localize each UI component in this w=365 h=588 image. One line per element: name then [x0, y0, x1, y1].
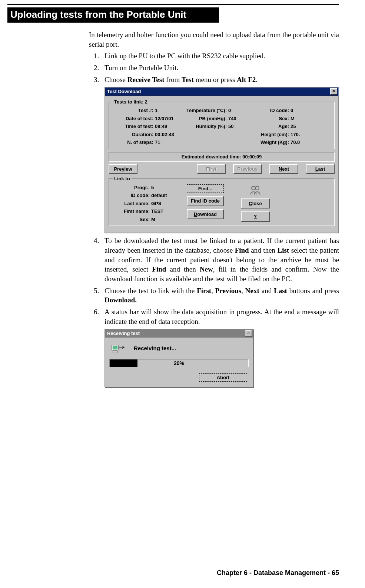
label-link-idcode: ID code: [113, 192, 150, 199]
step-5-b2: Previous [215, 287, 241, 295]
step-4-t4: and then [166, 265, 199, 273]
label-progr: Progr.: [113, 184, 150, 191]
people-icon [250, 184, 261, 196]
step-2: Turn on the Portable Unit. [101, 63, 339, 73]
label-lastname: Last name: [113, 200, 150, 207]
label-test-no: Test #: [113, 107, 153, 114]
step-5-c2: , [241, 287, 245, 295]
close-button[interactable]: Close [241, 198, 270, 209]
label-weight: Weight (Kg): [248, 139, 289, 146]
label-idcode: ID code: [248, 107, 289, 114]
receiving-message: Receiving test... [134, 345, 176, 352]
step-4-b2: List [278, 246, 289, 254]
previous-button[interactable]: Previous [233, 164, 262, 174]
step-6-text: A status bar will show the data acquisit… [104, 308, 339, 325]
step-5-b4: Last [274, 287, 287, 295]
label-link-sex: Sex: [113, 216, 150, 223]
tests-to-link-group: Tests to link: 2 Test #: 1 Temperature (… [109, 99, 335, 149]
estimated-download-time: Extimated download time: 00:00:09 [109, 152, 335, 162]
help-button[interactable]: ? [241, 211, 270, 222]
page-footer: Chapter 6 - Database Management - 65 [217, 569, 339, 577]
step-5-b1: First [197, 287, 211, 295]
content-block: In telemetry and holter function you cou… [89, 30, 339, 387]
dialog-title: Test Download [107, 88, 141, 95]
step-3-t3: menu or press [194, 76, 237, 83]
steps-list: Link up the PU to the PC with the RS232 … [89, 51, 339, 387]
value-time: 09:49 [155, 123, 185, 130]
value-idcode: 0 [291, 107, 309, 114]
value-sex: M [291, 115, 309, 122]
next-button[interactable]: Next [269, 164, 298, 174]
section-heading: Uploading tests from the Portable Unit [7, 7, 219, 23]
label-humidity: Humidity (%): [186, 123, 227, 130]
find-button[interactable]: Find... [187, 184, 224, 193]
step-4-t2: and then [249, 246, 278, 254]
step-3-b2: Test [182, 76, 194, 83]
step-5: Choose the test to link with the First, … [101, 286, 339, 305]
label-duration: Duration: [113, 131, 153, 138]
step-3: Choose Receive Test from Test menu or pr… [101, 75, 339, 233]
svg-rect-3 [113, 346, 117, 349]
close-icon[interactable]: ✕ [330, 88, 337, 95]
step-3-b1: Receive Test [127, 76, 165, 83]
step-3-b3: Alt F2 [237, 76, 256, 83]
step-3-t4: . [256, 76, 258, 83]
first-button[interactable]: First [197, 164, 226, 174]
svg-point-0 [252, 186, 255, 190]
find-id-code-button[interactable]: Find ID code [187, 196, 224, 206]
step-4-b1: Find [235, 246, 249, 254]
value-humidity: 50 [228, 123, 247, 130]
svg-point-1 [255, 186, 259, 190]
step-4: To be downloaded the test must be linked… [101, 236, 339, 283]
label-age: Age: [248, 123, 289, 130]
value-age: 25 [291, 123, 309, 130]
label-steps: N. of steps: [113, 139, 153, 146]
svg-rect-4 [113, 351, 117, 353]
step-5-t2: and [259, 287, 274, 295]
label-date: Date of test: [113, 115, 153, 122]
progress-percent: 20% [110, 359, 248, 367]
value-test-no: 1 [155, 107, 185, 114]
preview-button[interactable]: Preview [109, 164, 137, 174]
step-5-t3: buttons and press [287, 287, 339, 295]
label-height: Height (cm): [248, 131, 289, 138]
step-5-t1: Choose the test to link with the [104, 287, 197, 295]
receiving-title: Receiving test [107, 330, 140, 337]
progress-bar: 20% [109, 359, 249, 367]
step-1-text: Link up the PU to the PC with the RS232 … [104, 52, 265, 60]
step-3-t2: from [164, 76, 181, 83]
step-4-b4: New [200, 265, 213, 273]
label-time: Time of test: [113, 123, 153, 130]
tests-to-link-legend: Tests to link: 2 [113, 99, 149, 105]
step-2-text: Turn on the Portable Unit. [104, 64, 178, 72]
value-duration: 00:02:43 [155, 131, 185, 138]
link-to-legend: Link to [113, 175, 132, 182]
step-6: A status bar will show the data acquisit… [101, 307, 339, 387]
top-rule [7, 4, 339, 5]
download-button[interactable]: Download [187, 209, 224, 220]
step-5-b5: Download. [104, 296, 137, 304]
link-to-group: Link to Progr.: 5 ID code: default Last … [109, 175, 335, 226]
receiving-test-dialog: Receiving test ✕ Receiving test... [104, 329, 253, 387]
step-3-t1: Choose [104, 76, 127, 83]
value-steps: 71 [155, 139, 185, 146]
last-button[interactable]: Last [306, 164, 335, 174]
step-4-b3: Find [152, 265, 166, 273]
computer-transfer-icon [112, 343, 126, 354]
close-icon[interactable]: ✕ [245, 330, 252, 336]
step-5-c1: , [211, 287, 215, 295]
intro-paragraph: In telemetry and holter function you cou… [89, 30, 339, 49]
abort-button[interactable]: Abort [199, 373, 247, 382]
value-height: 170. [291, 131, 309, 138]
label-firstname: First name: [113, 208, 150, 215]
dialog-titlebar: Test Download ✕ [105, 88, 338, 96]
value-weight: 70.0 [291, 139, 309, 146]
label-pb: PB (mmHg): [186, 115, 227, 122]
receiving-titlebar: Receiving test ✕ [105, 329, 253, 338]
value-date: 12/07/01 [155, 115, 185, 122]
label-sex: Sex: [248, 115, 289, 122]
step-1: Link up the PU to the PC with the RS232 … [101, 51, 339, 61]
test-download-dialog: Test Download ✕ Tests to link: 2 Test #:… [104, 87, 339, 233]
label-temp: Temperature (°C): [186, 107, 227, 114]
value-temp: 0 [228, 107, 247, 114]
